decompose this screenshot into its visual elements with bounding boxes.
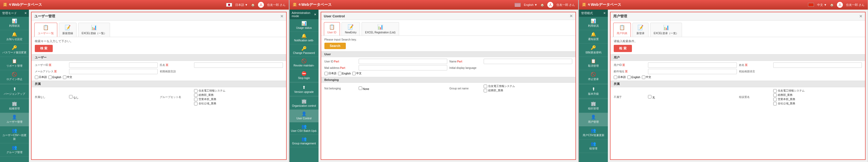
checkbox-中文[interactable]: 中文 <box>352 72 362 75</box>
close-icon[interactable]: ✕ <box>24 11 27 15</box>
screen-screen-cn: 楽々Webデータベース中文 ▼🏠人住友一郎 さん管理模式✕ 📊 利用状况 🔔 通… <box>579 0 868 162</box>
sidebar-item-revoke[interactable]: 🚫 Revoke maintain- <box>289 57 318 69</box>
sidebar-item-version[interactable]: ⬆ バージョンアップ <box>0 85 29 98</box>
sidebar-item-login-stop[interactable]: 🚫 停止登录 <box>579 70 608 84</box>
checkbox-日本語[interactable]: 日本語 <box>35 75 47 79</box>
sidebar-item-group[interactable]: 👥 Group management <box>289 135 318 147</box>
sidebar-item-notification[interactable]: 🔔 通知设置 <box>579 30 608 43</box>
search-area: 请输入检索条件。检 索 <box>611 37 865 54</box>
search-button[interactable]: Search <box>324 43 346 49</box>
panel-close-button[interactable]: ✕ <box>280 14 283 18</box>
sidebar-item-org[interactable]: 🏢 組織管理 <box>0 99 29 113</box>
home-icon[interactable]: 🏠 <box>251 3 255 7</box>
sidebar-item-usage[interactable]: 📊 利用状况 <box>579 17 608 30</box>
sidebar-item-version[interactable]: ⬆ Version upgrade <box>289 83 318 96</box>
checkbox-English[interactable]: English <box>627 76 640 79</box>
sidebar-item-usage[interactable]: 📊 Usage status <box>289 19 318 32</box>
check-list-item[interactable]: 住友電工情報システム <box>484 84 572 88</box>
panel-close-button[interactable]: ✕ <box>859 14 862 18</box>
required-indicator: 至 <box>622 63 625 67</box>
field-input-用户ID[interactable] <box>648 63 737 68</box>
checkbox-なし[interactable]: なし <box>69 95 79 99</box>
sidebar-item-user[interactable]: 👤 用户管理 <box>579 113 608 126</box>
field-input-ユーザーID[interactable] <box>69 63 158 68</box>
close-icon[interactable]: ✕ <box>314 13 316 16</box>
tab-excel[interactable]: 📊 EXCEL Registration (List) <box>362 22 399 36</box>
check-list-item[interactable]: 全社公域_業務 <box>194 102 283 106</box>
field-input-邮件地址[interactable] <box>648 69 737 74</box>
panel-close-button[interactable]: ✕ <box>569 14 573 18</box>
check-list-item[interactable]: 総務部_業務 <box>484 89 572 92</box>
tab-new-entry[interactable]: 📝 新規登録 <box>59 23 76 37</box>
field-input-Name[interactable] <box>484 59 572 64</box>
sidebar-item-org[interactable]: 🏢 Organization control <box>289 97 318 110</box>
search-button[interactable]: 检 索 <box>614 45 632 52</box>
tab-user-list[interactable]: 📋 用户列表 <box>613 23 631 37</box>
field-input-Mail address[interactable] <box>359 65 447 71</box>
sidebar-item-version[interactable]: ⬆ 版本升级 <box>579 85 608 98</box>
sidebar-item-stop-login[interactable]: ⛔ Stop login <box>289 69 318 82</box>
sidebar-item-notification[interactable]: 🔔 Notification setti- <box>289 32 318 44</box>
home-icon[interactable]: 🏠 <box>830 3 834 7</box>
checkbox-无[interactable]: 无 <box>648 95 655 99</box>
check-list-item[interactable]: 営業本部_業務 <box>773 97 862 101</box>
checkbox-English[interactable]: English <box>49 76 61 79</box>
sidebar-item-notification[interactable]: 🔔 お知らせ設定 <box>0 30 29 43</box>
sidebar-item-org[interactable]: 🏢 组织管理 <box>579 99 608 113</box>
checkbox-日本語[interactable]: 日本語 <box>324 72 336 75</box>
sidebar-item-password[interactable]: 🔑 パスワード復旧変更 <box>0 43 29 57</box>
field-input-User ID[interactable] <box>359 59 447 64</box>
sidebar-item-user-csv[interactable]: 👥 用户CSV批量更新 <box>579 126 608 139</box>
required-indicator: 至 <box>625 70 628 73</box>
field-label: Name Part <box>450 59 482 64</box>
sidebar-divider <box>579 99 608 99</box>
language-selector[interactable]: English ▼ <box>524 3 537 6</box>
sidebar-item-group[interactable]: 👥 グループ管理 <box>0 143 29 157</box>
checkbox-中文[interactable]: 中文 <box>642 75 651 79</box>
sidebar-item-user-ctrl[interactable]: 👤 User Control <box>289 110 318 122</box>
checkbox-中文[interactable]: 中文 <box>63 75 72 79</box>
notification-icon: 🔔 <box>12 32 17 37</box>
sidebar-item-user-csv[interactable]: 👥 User CSV Batch Upd- <box>289 122 318 135</box>
check-list-item[interactable]: 営業本部_業務 <box>194 97 283 101</box>
check-list-item[interactable]: 住友電工情報システム <box>194 89 283 93</box>
user-avatar: 人 <box>547 2 553 8</box>
checkbox-None[interactable]: None <box>359 86 369 90</box>
sidebar-item-password[interactable]: 🔑 强制更改密码 <box>579 43 608 57</box>
sidebar-item-report[interactable]: 📋 リポート管理 <box>0 57 29 70</box>
search-button[interactable]: 検 索 <box>35 45 53 52</box>
tab-user-list[interactable]: 📋 ユーザー一覧 <box>34 23 57 37</box>
close-icon[interactable]: ✕ <box>603 11 606 15</box>
sidebar-item-login-stop[interactable]: 🚫 ログイン停止 <box>0 70 29 84</box>
sidebar-item-group[interactable]: 👥 组管理 <box>579 139 608 153</box>
top-bar: 楽々Webデータベース日本語 ▼🏠人住友一郎 さん <box>0 0 289 10</box>
language-selector[interactable]: 中文 ▼ <box>817 3 827 7</box>
sidebar-item-user[interactable]: 👤 ユーザー管理 <box>0 113 29 126</box>
sidebar-item-report[interactable]: 📋 取消管理 <box>579 57 608 70</box>
sidebar-item-usage[interactable]: 📊 利用状況 <box>0 17 29 30</box>
tab-new-entry[interactable]: 📝 NewEntry <box>342 22 360 36</box>
check-list-item[interactable]: 総務部_業務 <box>194 93 283 97</box>
check-list-item[interactable]: 住友電工情報システム <box>773 89 862 93</box>
check-list-item[interactable]: 総務部_業務 <box>773 93 862 97</box>
checkbox-日本語[interactable]: 日本語 <box>614 75 626 79</box>
home-icon[interactable]: 🏠 <box>540 3 544 7</box>
tab-excel[interactable]: 📊 EXCEL登录（一览） <box>650 23 682 37</box>
notification-icon: 🔔 <box>591 32 596 37</box>
field-input-メールアドレス[interactable] <box>69 69 158 74</box>
checkbox-English[interactable]: English <box>338 72 351 75</box>
sidebar-item-password[interactable]: 🔑 Change Password <box>289 44 318 57</box>
sidebar-item-label: 利用状况 <box>588 24 599 28</box>
tab-excel[interactable]: 📊 EXCEL登録（一覧） <box>78 23 110 37</box>
mode-bar[interactable]: 管理模式✕ <box>579 10 608 17</box>
tab-new-entry[interactable]: 📝 新登录 <box>632 23 649 37</box>
sidebar-item-user-csv[interactable]: 👥 ユーザーCSV一括更新 <box>0 126 29 143</box>
field-input-姓名[interactable] <box>773 63 862 68</box>
mode-bar[interactable]: 管理モード✕ <box>0 10 29 17</box>
language-selector[interactable]: 日本語 ▼ <box>235 3 248 7</box>
check-list-item[interactable]: 全社公域_業務 <box>773 102 862 106</box>
mode-bar[interactable]: Administration mode✕ <box>289 10 318 19</box>
field-input-氏名[interactable] <box>194 63 283 68</box>
sidebar-item-label: ユーザー管理 <box>6 120 23 124</box>
tab-user-id[interactable]: 📋 User ID <box>324 22 340 36</box>
